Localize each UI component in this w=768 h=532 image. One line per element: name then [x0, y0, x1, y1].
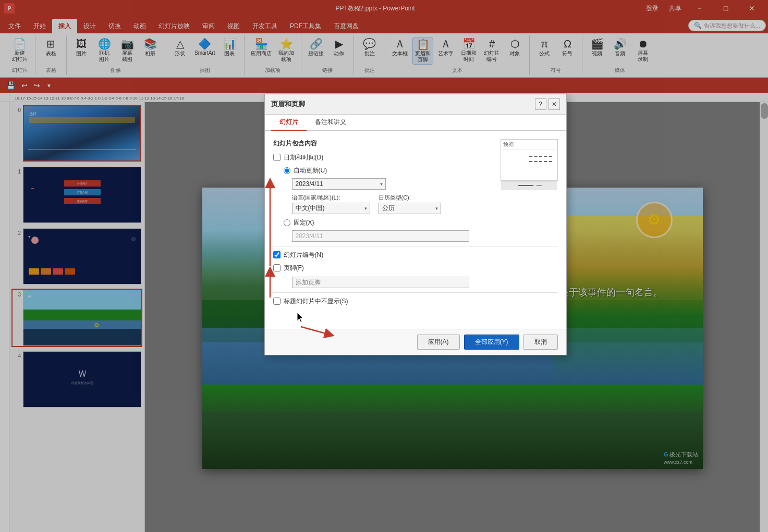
datetime-label[interactable]: 日期和时间(D)	[284, 153, 324, 162]
hide-title-checkbox[interactable]	[273, 298, 281, 305]
slidenumber-row: 幻灯片编号(N)	[273, 251, 558, 259]
header-footer-dialog: 页眉和页脚 ? ✕ 幻灯片 备注和讲义 预览	[264, 94, 567, 355]
dialog-footer: 应用(A) 全部应用(Y) 取消	[265, 329, 566, 355]
lang-select-wrapper: ▼	[292, 203, 370, 214]
auto-update-field[interactable]	[292, 178, 386, 190]
dialog-body: 预览 幻灯片包含内容 日期和时间(D)	[265, 131, 566, 329]
lang-label: 语言(国家/地区)(L):	[292, 194, 370, 202]
fixed-value-field[interactable]	[292, 230, 469, 242]
dialog-controls: ? ✕	[535, 98, 560, 110]
preview-area	[501, 150, 557, 190]
dialog-title: 页眉和页脚	[271, 100, 305, 109]
auto-update-radio[interactable]	[284, 167, 290, 174]
annotation-arrow-1	[249, 172, 275, 277]
footer-text-row	[292, 277, 558, 288]
auto-update-dropdown-icon: ▼	[380, 181, 384, 186]
annotation-arrow-2	[249, 266, 275, 308]
fixed-row: 固定(X)	[284, 218, 558, 227]
footer-row: 页脚(F)	[273, 264, 558, 273]
dialog-tab-notes[interactable]: 备注和讲义	[307, 115, 355, 131]
fixed-value-row	[292, 230, 558, 242]
dialog-help-btn[interactable]: ?	[535, 98, 546, 110]
preview-label: 预览	[501, 140, 557, 150]
divider-2	[273, 292, 558, 293]
auto-update-label[interactable]: 自动更新(U)	[294, 166, 327, 175]
dialog-title-bar: 页眉和页脚 ? ✕	[265, 94, 566, 115]
slidenumber-label[interactable]: 幻灯片编号(N)	[284, 251, 324, 259]
fixed-label[interactable]: 固定(X)	[294, 218, 314, 227]
hide-title-row: 标题幻灯片中不显示(S)	[273, 297, 558, 306]
lang-dropdown-icon: ▼	[364, 206, 368, 211]
dialog-tabs: 幻灯片 备注和讲义	[265, 115, 566, 131]
footer-checkbox[interactable]	[273, 264, 281, 271]
cal-dropdown-icon: ▼	[435, 206, 439, 211]
dialog-close-btn[interactable]: ✕	[548, 98, 560, 110]
fixed-radio[interactable]	[284, 219, 290, 226]
lang-field[interactable]	[292, 203, 370, 214]
cal-select-wrapper: ▼	[379, 203, 441, 214]
dialog-overlay: 页眉和页脚 ? ✕ 幻灯片 备注和讲义 预览	[0, 0, 768, 532]
dialog-tab-slide[interactable]: 幻灯片	[271, 115, 307, 131]
auto-update-select-wrapper: ▼	[292, 178, 386, 190]
hide-title-label[interactable]: 标题幻灯片中不显示(S)	[284, 297, 348, 306]
cal-field[interactable]	[379, 203, 441, 214]
apply-all-btn[interactable]: 全部应用(Y)	[464, 335, 519, 350]
preview-footer-line	[501, 181, 557, 190]
slidenumber-checkbox[interactable]	[273, 251, 281, 258]
preview-box: 预览	[501, 139, 558, 181]
footer-text-field[interactable]	[292, 277, 469, 288]
lang-cal-row: 语言(国家/地区)(L): ▼ 日历类型(C): ▼	[292, 194, 558, 214]
datetime-checkbox[interactable]	[273, 154, 281, 161]
apply-btn[interactable]: 应用(A)	[417, 335, 460, 350]
cancel-btn[interactable]: 取消	[523, 335, 558, 350]
cal-label: 日历类型(C):	[379, 194, 441, 202]
divider-1	[273, 246, 558, 246]
footer-label[interactable]: 页脚(F)	[284, 264, 304, 273]
